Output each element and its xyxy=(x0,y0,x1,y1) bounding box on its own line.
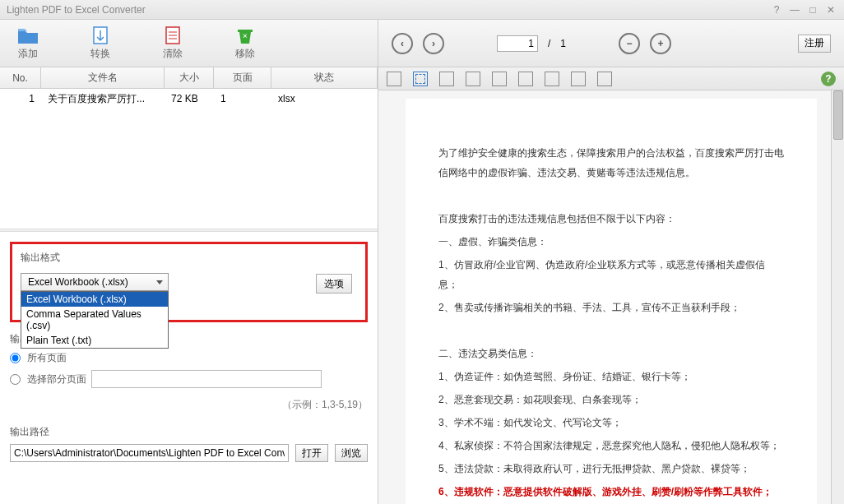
format-option-xlsx[interactable]: Excel Workbook (.xlsx) xyxy=(21,292,168,307)
trash-icon xyxy=(234,25,257,45)
browse-button[interactable]: 浏览 xyxy=(335,444,368,462)
view-tool-8[interactable] xyxy=(571,72,586,86)
page-number-input[interactable] xyxy=(497,35,538,52)
scrollbar-thumb[interactable] xyxy=(833,90,843,140)
folder-add-icon xyxy=(16,25,39,45)
table-row[interactable]: 1 关于百度搜索严厉打... 72 KB 1 xlsx xyxy=(0,89,378,109)
svg-rect-5 xyxy=(238,30,253,32)
view-tool-7[interactable] xyxy=(545,72,559,86)
maximize-button[interactable]: □ xyxy=(806,3,819,16)
window-title: Lighten PDF to Excel Converter xyxy=(7,4,146,16)
view-tool-4[interactable] xyxy=(466,72,480,86)
convert-button[interactable]: 转换 xyxy=(89,25,112,61)
col-size[interactable]: 大小 xyxy=(165,67,214,88)
main-toolbar: 添加 转换 清除 移除 xyxy=(0,20,378,67)
col-name[interactable]: 文件名 xyxy=(41,67,165,88)
output-path-group: 输出路径 打开 浏览 xyxy=(10,425,368,462)
close-button[interactable]: ✕ xyxy=(824,3,837,16)
minimize-button[interactable]: — xyxy=(788,3,801,16)
window-titlebar: Lighten PDF to Excel Converter ? — □ ✕ xyxy=(0,0,844,20)
view-tool-3[interactable] xyxy=(439,72,454,86)
view-tool-6[interactable] xyxy=(518,72,533,86)
prev-page-button[interactable]: ‹ xyxy=(392,33,413,54)
col-no[interactable]: No. xyxy=(0,67,41,88)
view-tool-grid[interactable] xyxy=(413,72,428,86)
output-format-label: 输出格式 xyxy=(21,251,357,265)
preview-toolbar: ‹ › / 1 − + 注册 xyxy=(378,20,844,67)
options-button[interactable]: 选项 xyxy=(316,274,352,294)
zoom-in-button[interactable]: + xyxy=(650,33,671,54)
remove-button[interactable]: 移除 xyxy=(234,25,257,61)
help-icon[interactable]: ? xyxy=(821,72,836,86)
zoom-out-button[interactable]: − xyxy=(619,33,640,54)
format-option-txt[interactable]: Plain Text (.txt) xyxy=(21,333,168,348)
file-table-header: No. 文件名 大小 页面 状态 xyxy=(0,67,378,89)
document-view[interactable]: 为了维护安全健康的搜索生态，保障搜索用户的合法权益，百度搜索严厉打击电信网络中的… xyxy=(378,90,844,504)
document-page: 为了维护安全健康的搜索生态，保障搜索用户的合法权益，百度搜索严厉打击电信网络中的… xyxy=(406,99,817,504)
page-range-example: （示例：1,3-5,19） xyxy=(0,398,368,412)
chevron-down-icon xyxy=(156,280,163,284)
output-format-dropdown-list: Excel Workbook (.xlsx) Comma Separated V… xyxy=(21,291,169,349)
view-tool-5[interactable] xyxy=(492,72,507,86)
preview-panel: ‹ › / 1 − + 注册 ? 为了维护安全健康的搜索生态，保障搜索用户的合 xyxy=(378,20,844,504)
select-pages-radio[interactable]: 选择部分页面 xyxy=(10,370,368,388)
help-button[interactable]: ? xyxy=(770,3,783,16)
page-range-input[interactable] xyxy=(91,370,322,388)
left-panel: 添加 转换 清除 移除 No. 文件名 大小 页面 状态 1 xyxy=(0,20,378,504)
next-page-button[interactable]: › xyxy=(423,33,444,54)
all-pages-radio[interactable]: 所有页面 xyxy=(10,351,368,365)
file-clear-icon xyxy=(161,25,184,45)
open-button[interactable]: 打开 xyxy=(295,444,328,462)
page-separator: / xyxy=(548,38,550,49)
file-table-body: 1 关于百度搜索严厉打... 72 KB 1 xlsx xyxy=(0,89,378,229)
add-button[interactable]: 添加 xyxy=(16,25,39,61)
splitter[interactable] xyxy=(0,229,378,232)
vertical-scrollbar[interactable] xyxy=(831,90,844,504)
file-convert-icon xyxy=(89,25,112,45)
clear-button[interactable]: 清除 xyxy=(161,25,184,61)
output-path-label: 输出路径 xyxy=(10,425,368,439)
output-path-input[interactable] xyxy=(10,444,289,462)
output-format-group: 输出格式 Excel Workbook (.xlsx) Excel Workbo… xyxy=(10,242,368,322)
view-tool-9[interactable] xyxy=(597,72,612,86)
col-page[interactable]: 页面 xyxy=(214,67,271,88)
register-button[interactable]: 注册 xyxy=(798,35,831,53)
view-tool-1[interactable] xyxy=(387,72,401,86)
output-format-dropdown[interactable]: Excel Workbook (.xlsx) xyxy=(21,273,169,291)
format-option-csv[interactable]: Comma Separated Values (.csv) xyxy=(21,307,168,333)
total-pages: 1 xyxy=(560,38,566,49)
col-status[interactable]: 状态 xyxy=(271,67,378,88)
preview-view-tools: ? xyxy=(378,67,844,90)
